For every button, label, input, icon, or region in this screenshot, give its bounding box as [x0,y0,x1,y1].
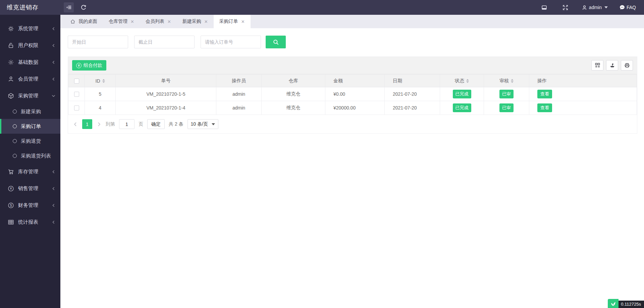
box-icon [7,92,14,99]
sidebar-item-label: 用户权限 [18,42,38,49]
hamburger-icon [66,4,72,10]
tab-purchase-orders[interactable]: 采购订单✕ [214,15,251,28]
column-header-warehouse: 仓库 [262,75,325,87]
sidebar-item-finance[interactable]: $财务管理 [0,197,60,214]
column-label: 金额 [333,78,343,84]
audit-badge: 已审 [499,103,514,112]
table-row: 5VM_20210720-1-5admin维克仓¥0.002021-07-20已… [68,87,637,101]
sidebar-item-purchase-return-list[interactable]: 采购退货列表 [0,148,60,163]
close-icon[interactable]: ✕ [204,19,208,24]
end-date-input[interactable] [134,36,195,48]
cell-action: 查看 [529,101,637,115]
column-header-order_no: 单号 [116,75,216,87]
faq-link[interactable]: FAQ [619,4,636,10]
chevron-left-icon [51,186,56,191]
search-button[interactable] [266,36,286,48]
goto-page-input[interactable] [119,119,135,129]
sidebar-item-purchase-orders[interactable]: 采购订单 [0,119,60,134]
sidebar-item-system[interactable]: 系统管理 [0,20,60,37]
export-icon [609,62,615,68]
sidebar-item-new-purchase[interactable]: 新建采购 [0,104,60,119]
column-label: 仓库 [289,78,298,84]
tab-label: 会员列表 [146,18,164,25]
row-checkbox[interactable] [74,105,79,111]
combine-payment-button[interactable]: ¥ 组合付款 [72,60,106,71]
yen-circle-icon: ¥ [7,185,14,192]
sidebar-toggle-button[interactable] [64,2,74,12]
faq-label: FAQ [627,5,636,10]
refresh-button[interactable] [78,2,89,12]
sort-icon[interactable] [102,79,105,83]
cell-date: 2021-07-20 [385,101,440,115]
column-header-id: ID [85,75,116,87]
sidebar-item-label: 采购管理 [18,93,38,99]
next-page-button[interactable] [96,122,102,127]
column-header-operator: 操作员 [216,75,262,87]
search-icon [273,39,279,45]
tab-new-purchase[interactable]: 新建采购✕ [177,15,214,28]
prev-page-button[interactable] [73,122,78,127]
order-no-input[interactable] [201,36,261,48]
sidebar-item-inventory[interactable]: 库存管理 [0,163,60,180]
load-time-label: 0.112725s [619,301,644,308]
tab-desktop[interactable]: 我的桌面 [64,15,103,28]
cell-order_no: VM_20210720-1-4 [116,101,216,115]
sidebar-item-members[interactable]: 会员管理 [0,71,60,87]
view-button[interactable]: 查看 [537,90,552,98]
goto-suffix-label: 页 [139,121,143,127]
sidebar-item-purchase[interactable]: 采购管理 [0,87,60,104]
close-icon[interactable]: ✕ [241,19,245,24]
sidebar-item-label: 系统管理 [18,26,38,32]
sidebar-item-sales[interactable]: ¥销售管理 [0,180,60,197]
fullscreen-button[interactable] [560,3,570,12]
main-area: 我的桌面仓库管理✕会员列表✕新建采购✕采购订单✕ ¥ 组合付款 [60,15,644,308]
sidebar-item-users[interactable]: 用户权限 [0,37,60,54]
tab-label: 采购订单 [219,18,238,25]
close-icon[interactable]: ✕ [130,19,134,24]
row-checkbox[interactable] [74,92,79,97]
cell-action: 查看 [529,87,637,101]
person-icon [7,76,14,82]
orders-table: ID单号操作员仓库金额日期状态审核操作 5VM_20210720-1-5admi… [68,74,637,115]
sidebar-item-purchase-return[interactable]: 采购退货 [0,134,60,148]
cell-audit: 已审 [484,101,529,115]
sidebar-item-label: 统计报表 [18,219,38,225]
cell-date: 2021-07-20 [385,87,440,101]
close-icon[interactable]: ✕ [167,19,171,24]
column-header-date: 日期 [385,75,440,87]
page-size-select[interactable]: 10 条/页 [187,119,218,129]
sidebar-menu: 系统管理用户权限基础数据会员管理采购管理新建采购采购订单采购退货采购退货列表库存… [0,20,60,230]
tab-label: 新建采购 [182,18,201,25]
export-button[interactable] [606,60,618,71]
lock-icon [7,42,14,49]
user-menu[interactable]: admin [582,5,608,10]
fullscreen-icon [562,5,568,10]
user-name: admin [589,5,602,10]
refresh-icon [80,4,87,10]
svg-text:$: $ [10,204,12,207]
gear-icon [7,25,14,32]
circle-icon [13,154,17,158]
column-label: 操作员 [232,78,246,84]
sidebar-item-base-data[interactable]: 基础数据 [0,54,60,71]
tab-member-list[interactable]: 会员列表✕ [140,15,177,28]
cell-status: 已完成 [440,87,484,101]
tab-warehouse[interactable]: 仓库管理✕ [103,15,140,28]
chevron-down-icon [51,94,56,98]
cell-id: 4 [85,101,116,115]
start-date-input[interactable] [68,36,128,48]
lock-screen-button[interactable] [539,3,549,12]
sidebar-item-reports[interactable]: 统计报表 [0,214,60,230]
goto-confirm-button[interactable]: 确定 [147,119,165,129]
sort-icon[interactable] [511,79,514,83]
cell-warehouse: 维克仓 [262,101,325,115]
print-button[interactable] [621,60,633,71]
columns-toggle-button[interactable] [591,60,603,71]
sort-icon[interactable] [466,79,469,83]
cog-icon [7,59,14,65]
select-all-checkbox[interactable] [74,79,79,84]
person-icon [582,5,587,10]
view-button[interactable]: 查看 [537,103,552,112]
sidebar-subitem-label: 新建采购 [21,108,41,115]
page-1-button[interactable]: 1 [82,119,92,129]
